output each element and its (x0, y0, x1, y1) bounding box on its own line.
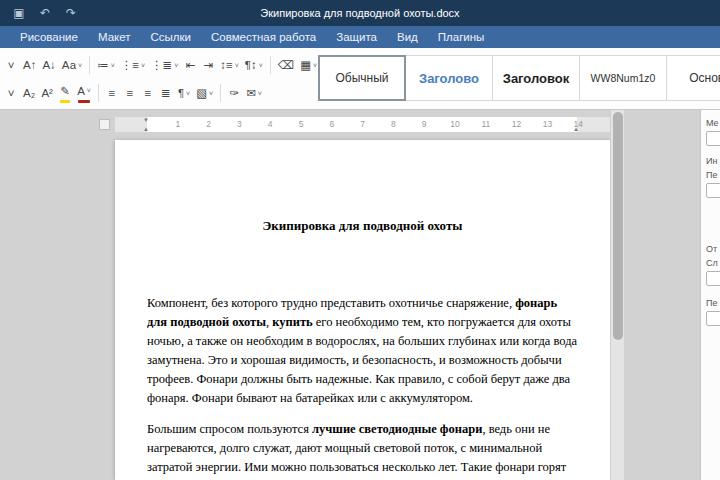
bullet-list-icon[interactable]: ≔˅ (94, 54, 118, 76)
align-center-icon[interactable]: ≡ (121, 82, 139, 104)
paragraph-spacing-icon[interactable]: ¶↕˅ (242, 54, 266, 76)
style-ww8num1z0[interactable]: WW8Num1z0 (579, 55, 667, 101)
menu-tab-plugins[interactable]: Плагины (428, 26, 495, 48)
window-document-title: Экипировка для подводной охоты.docx (0, 0, 720, 26)
numbered-list-icon[interactable]: ⋮≡˅ (118, 54, 148, 76)
style-body-text[interactable]: Основн (666, 55, 720, 101)
doc-body: Компонент, без которого трудно представи… (147, 294, 578, 480)
ruler-number: 9 (422, 119, 427, 129)
titlebar: ▣↶↷ Экипировка для подводной охоты.docx (0, 0, 720, 26)
panel-input[interactable] (706, 311, 720, 326)
panel-field-label: Пе (706, 298, 720, 308)
ruler-number: 13 (543, 119, 552, 129)
menu-tab-collaboration[interactable]: Совместная работа (201, 26, 326, 48)
toolbar: ˅А↑А↓Аа˅≔˅⋮≡˅⋮≣˅⇤⇥↕≡˅¶↕˅⌫▦˅ ˅А₂А²✎А˅≡≡≡≣… (0, 48, 720, 110)
styles-gallery: ОбычныйЗаголовоЗаголовокWW8Num1z0Основн (318, 55, 720, 101)
collapsed-dropdown-icon[interactable]: ˅ (2, 54, 20, 76)
document-page[interactable]: Экипировка для подводной охоты Компонент… (115, 140, 610, 480)
horizontal-ruler[interactable]: ▼ ▲ ▲ 1234567891011121314 (115, 117, 610, 132)
menu-bar: РисованиеМакетСсылкиСовместная работаЗащ… (0, 26, 720, 48)
ruler-number: 12 (512, 119, 521, 129)
menu-tab-references[interactable]: Ссылки (140, 26, 201, 48)
menu-tab-layout[interactable]: Макет (88, 26, 141, 48)
multilevel-list-icon[interactable]: ⋮≣˅ (148, 54, 181, 76)
change-case-icon[interactable]: Аа˅ (59, 54, 85, 76)
document-workspace: ▼ ▲ ▲ 1234567891011121314 Экипировка для… (0, 110, 720, 480)
toolbar-row-2: ˅А₂А²✎А˅≡≡≡≣¶˅▧˅✑✉˅ (2, 81, 265, 105)
doc-heading: Экипировка для подводной охоты (147, 218, 578, 234)
menu-tab-view[interactable]: Вид (387, 26, 428, 48)
scrollbar-thumb[interactable] (613, 112, 623, 340)
ruler-number: 11 (481, 119, 490, 129)
collapsed-dropdown-icon[interactable]: ˅ (2, 82, 20, 104)
ruler-number: 14 (573, 119, 582, 129)
panel-input[interactable] (706, 271, 720, 286)
subscript-icon[interactable]: А₂ (20, 82, 38, 104)
ruler-number: 6 (329, 119, 334, 129)
style-label: Заголовок (503, 71, 570, 86)
first-line-indent-marker[interactable]: ▼ (143, 117, 149, 123)
align-justify-icon[interactable]: ≣ (157, 82, 175, 104)
redo-icon[interactable]: ↷ (58, 0, 84, 26)
decrease-indent-icon[interactable]: ⇤ (181, 54, 199, 76)
toolbar-separator (220, 84, 221, 102)
style-label: Основн (689, 71, 720, 85)
paragraph-settings-panel: МеИнПеОтСлПе (700, 110, 720, 480)
ruler-number: 5 (299, 119, 304, 129)
mail-merge-icon[interactable]: ✉˅ (243, 82, 265, 104)
ruler-number: 1 (175, 119, 180, 129)
panel-field-label: От (706, 244, 720, 254)
style-label: WW8Num1z0 (591, 72, 656, 84)
undo-icon[interactable]: ↶ (32, 0, 58, 26)
copy-style-icon[interactable]: ✑ (225, 82, 243, 104)
style-heading2[interactable]: Заголовок (492, 55, 580, 101)
style-label: Обычный (335, 71, 388, 85)
toolbar-row-1: ˅А↑А↓Аа˅≔˅⋮≡˅⋮≣˅⇤⇥↕≡˅¶↕˅⌫▦˅ (2, 53, 320, 77)
toolbar-separator (98, 84, 99, 102)
ruler-number: 4 (268, 119, 273, 129)
style-normal[interactable]: Обычный (318, 55, 406, 101)
highlight-color-icon[interactable]: ✎ (56, 82, 74, 104)
ruler-number: 3 (237, 119, 242, 129)
panel-field-label: Пе (706, 170, 720, 180)
panel-field-label: Ин (706, 156, 720, 166)
align-left-icon[interactable]: ≡ (103, 82, 121, 104)
borders-icon[interactable]: ▦˅ (297, 54, 320, 76)
shading-icon[interactable]: ▧˅ (193, 82, 216, 104)
toolbar-separator (270, 56, 271, 74)
increase-indent-icon[interactable]: ⇥ (199, 54, 217, 76)
font-size-decrease-icon[interactable]: А↓ (39, 54, 58, 76)
vertical-scrollbar[interactable] (610, 110, 624, 480)
superscript-icon[interactable]: А² (38, 82, 56, 104)
left-indent-marker[interactable]: ▲ (143, 126, 149, 132)
style-heading1[interactable]: Заголово (405, 55, 493, 101)
ruler-number: 8 (391, 119, 396, 129)
toolbar-separator (89, 56, 90, 74)
ruler-number: 2 (206, 119, 211, 129)
clear-formatting-icon[interactable]: ⌫ (275, 54, 297, 76)
style-label: Заголово (419, 71, 479, 86)
ruler-number: 10 (450, 119, 459, 129)
menu-tab-protection[interactable]: Защита (326, 26, 387, 48)
line-spacing-icon[interactable]: ↕≡˅ (217, 54, 242, 76)
ruler-number: 7 (360, 119, 365, 129)
app-window-icon[interactable]: ▣ (6, 0, 32, 26)
font-color-icon[interactable]: А˅ (74, 82, 94, 104)
titlebar-icons: ▣↶↷ (0, 0, 84, 26)
doc-paragraph: Большим спросом пользуются лучшие светод… (147, 420, 578, 480)
doc-paragraph: Компонент, без которого трудно представи… (147, 294, 578, 408)
menu-tab-drawing[interactable]: Рисование (10, 26, 88, 48)
panel-input[interactable] (706, 183, 720, 198)
align-right-icon[interactable]: ≡ (139, 82, 157, 104)
font-size-increase-icon[interactable]: А↑ (20, 54, 39, 76)
panel-field-label: Ме (706, 118, 720, 128)
panel-field-label: Сл (706, 258, 720, 268)
tab-stop-selector[interactable] (99, 119, 110, 130)
panel-input[interactable] (706, 131, 720, 146)
nonprinting-characters-icon[interactable]: ¶˅ (175, 82, 193, 104)
